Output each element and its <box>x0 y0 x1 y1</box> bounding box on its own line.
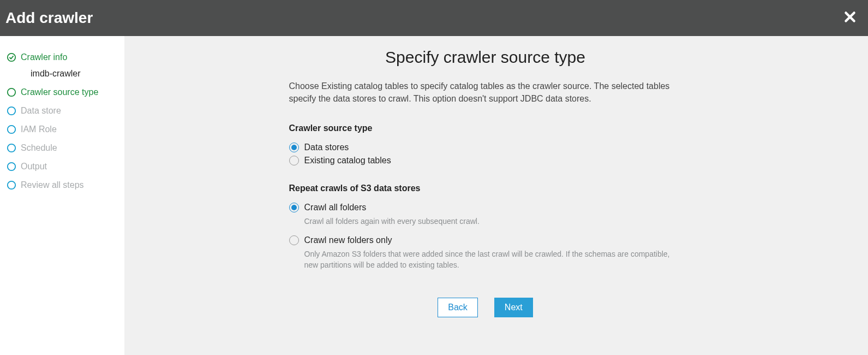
radio-description: Crawl all folders again with every subse… <box>304 216 682 227</box>
circle-icon <box>7 125 16 134</box>
step-label: Data store <box>21 106 61 116</box>
radio-label: Crawl all folders <box>304 203 367 212</box>
step-crawler-info-sub: imdb-crawler <box>7 67 123 83</box>
radio-icon <box>289 203 299 212</box>
radio-icon <box>289 235 299 245</box>
section-title: Crawler source type <box>289 123 682 133</box>
page-description: Choose Existing catalog tables to specif… <box>289 80 682 105</box>
radio-data-stores[interactable]: Data stores <box>289 141 682 154</box>
step-schedule[interactable]: Schedule <box>7 139 123 157</box>
svg-point-0 <box>8 54 15 61</box>
step-data-store[interactable]: Data store <box>7 102 123 120</box>
step-label: Review all steps <box>21 180 84 190</box>
circle-icon <box>7 87 16 97</box>
svg-point-1 <box>8 88 15 96</box>
wizard-footer: Back Next <box>289 298 682 317</box>
main-panel: Specify crawler source type Choose Exist… <box>124 36 868 355</box>
step-label: IAM Role <box>21 125 57 134</box>
svg-point-2 <box>8 107 15 115</box>
circle-icon <box>7 143 16 153</box>
section-title: Repeat crawls of S3 data stores <box>289 184 682 193</box>
check-circle-icon <box>7 52 16 62</box>
step-crawler-source-type[interactable]: Crawler source type <box>7 83 123 102</box>
radio-label: Data stores <box>304 143 349 152</box>
step-label: Crawler info <box>21 52 67 62</box>
back-button[interactable]: Back <box>438 298 478 317</box>
close-icon[interactable] <box>843 10 857 26</box>
radio-label: Existing catalog tables <box>304 156 391 165</box>
radio-label: Crawl new folders only <box>304 235 392 245</box>
section-crawler-source-type: Crawler source type Data stores Existing… <box>289 123 682 167</box>
step-crawler-info[interactable]: Crawler info <box>7 48 123 67</box>
dialog-header: Add crawler <box>0 0 868 36</box>
svg-point-6 <box>8 181 15 189</box>
circle-icon <box>7 180 16 190</box>
step-iam-role[interactable]: IAM Role <box>7 120 123 139</box>
radio-icon <box>289 143 299 152</box>
radio-crawl-new-folders-only[interactable]: Crawl new folders only <box>289 234 682 247</box>
circle-icon <box>7 162 16 171</box>
svg-point-4 <box>8 144 15 152</box>
wizard-sidebar: Crawler info imdb-crawler Crawler source… <box>0 36 124 355</box>
section-repeat-crawls: Repeat crawls of S3 data stores Crawl al… <box>289 184 682 270</box>
radio-crawl-all-folders[interactable]: Crawl all folders <box>289 201 682 214</box>
radio-icon <box>289 156 299 165</box>
next-button[interactable]: Next <box>494 298 533 317</box>
radio-existing-catalog-tables[interactable]: Existing catalog tables <box>289 154 682 167</box>
circle-icon <box>7 106 16 116</box>
step-label: Schedule <box>21 143 57 153</box>
dialog-title: Add crawler <box>5 9 93 27</box>
svg-point-5 <box>8 163 15 170</box>
page-title: Specify crawler source type <box>289 48 682 67</box>
radio-description: Only Amazon S3 folders that were added s… <box>304 249 682 270</box>
step-label: Crawler source type <box>21 87 98 97</box>
svg-point-3 <box>8 126 15 133</box>
step-output[interactable]: Output <box>7 157 123 176</box>
step-review-all-steps[interactable]: Review all steps <box>7 176 123 194</box>
step-label: Output <box>21 162 47 171</box>
